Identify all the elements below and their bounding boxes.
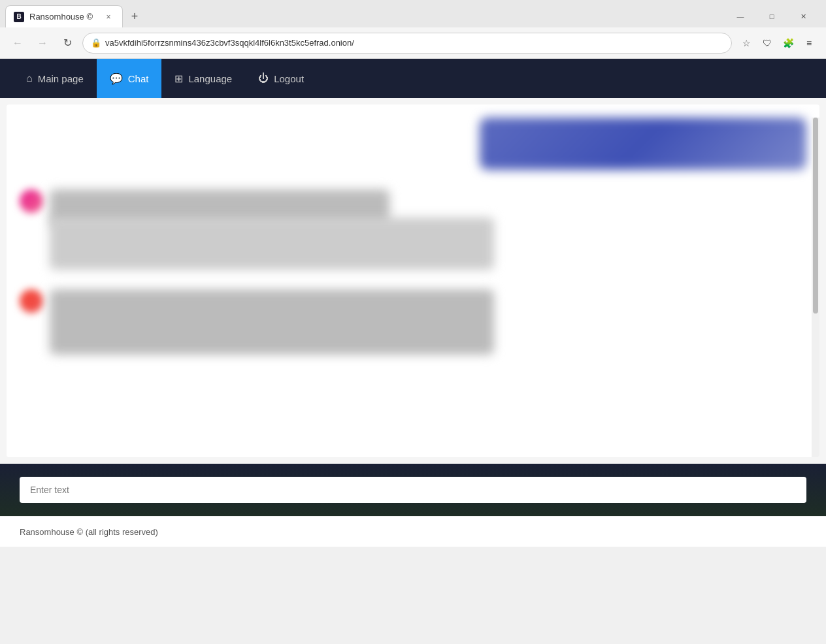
- chat-messages-area: [7, 105, 819, 457]
- nav-chat-label: Chat: [128, 73, 149, 84]
- message-block-right: [20, 118, 806, 170]
- site-footer: Ransomhouse © (all rights reserved): [0, 516, 826, 547]
- tab-bar: B Ransomhouse © × + — □ ✕: [0, 0, 826, 27]
- tab-title: Ransomhouse ©: [29, 12, 97, 22]
- back-button[interactable]: ←: [8, 33, 27, 53]
- scrollbar-track: [812, 118, 819, 457]
- forward-button[interactable]: →: [33, 33, 52, 53]
- home-icon: ⌂: [26, 72, 33, 84]
- language-icon: ⊞: [174, 72, 183, 85]
- logout-icon: ⏻: [258, 72, 269, 84]
- menu-button[interactable]: ≡: [800, 34, 818, 52]
- scrollbar-thumb: [813, 118, 818, 314]
- new-tab-button[interactable]: +: [125, 7, 144, 25]
- maximize-button[interactable]: □: [757, 5, 787, 27]
- extensions-button[interactable]: 🧩: [779, 34, 797, 52]
- address-bar-actions: ☆ 🛡 🧩 ≡: [737, 34, 818, 52]
- message-text-3: [50, 289, 494, 355]
- active-tab[interactable]: B Ransomhouse © ×: [5, 5, 123, 27]
- address-bar: ← → ↻ 🔒 va5vkfdihi5forrzsnmins436z3cbvf3…: [0, 27, 826, 59]
- nav-main-page[interactable]: ⌂ Main page: [13, 59, 97, 98]
- nav-chat[interactable]: 💬 Chat: [97, 59, 162, 98]
- message-block-left-1: [20, 189, 806, 270]
- browser-content: Ransomhouse © (all rights reserved): [0, 98, 826, 547]
- tab-favicon: B: [14, 12, 24, 22]
- avatar-1: [20, 189, 43, 213]
- tab-close-button[interactable]: ×: [103, 11, 114, 23]
- bookmark-button[interactable]: ☆: [737, 34, 755, 52]
- chat-icon: 💬: [110, 72, 123, 85]
- message-row-2: [20, 289, 806, 355]
- scrollbar[interactable]: [812, 105, 819, 457]
- footer-text: Ransomhouse © (all rights reserved): [20, 527, 158, 537]
- address-input[interactable]: 🔒 va5vkfdihi5forrzsnmins436z3cbvf3sqqkl4…: [82, 33, 732, 54]
- url-text: va5vkfdihi5forrzsnmins436z3cbvf3sqqkl4lf…: [105, 38, 723, 48]
- nav-language-label: Language: [188, 73, 232, 84]
- shield-button[interactable]: 🛡: [758, 34, 776, 52]
- nav-logout[interactable]: ⏻ Logout: [245, 59, 317, 98]
- nav-logout-label: Logout: [274, 73, 304, 84]
- message-input[interactable]: [20, 477, 806, 503]
- close-window-button[interactable]: ✕: [788, 5, 818, 27]
- message-bubble-right: [480, 118, 806, 170]
- lock-icon: 🔒: [91, 38, 101, 48]
- message-input-bar: [0, 464, 826, 516]
- message-block-left-2: [20, 289, 806, 355]
- nav-language[interactable]: ⊞ Language: [161, 59, 245, 98]
- refresh-button[interactable]: ↻: [58, 33, 77, 53]
- window-controls: — □ ✕: [725, 5, 821, 27]
- nav-main-page-label: Main page: [38, 73, 84, 84]
- browser-window: B Ransomhouse © × + — □ ✕ ← → ↻ 🔒 va5vkf…: [0, 0, 826, 547]
- chat-page: Ransomhouse © (all rights reserved): [0, 98, 826, 547]
- site-nav: ⌂ Main page 💬 Chat ⊞ Language ⏻ Logout: [0, 59, 826, 98]
- minimize-button[interactable]: —: [725, 5, 755, 27]
- avatar-2: [20, 289, 43, 313]
- message-text-2: [50, 217, 494, 270]
